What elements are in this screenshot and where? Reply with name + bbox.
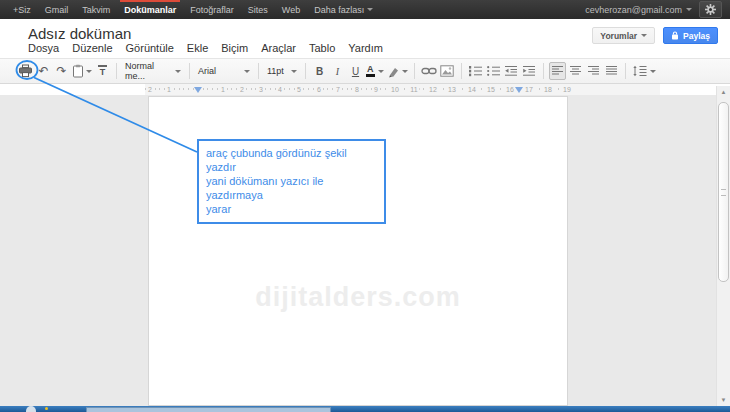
toolbar-separator [116, 63, 117, 79]
menu-bar: Dosya Düzenle Görüntüle Ekle Biçim Araçl… [28, 42, 383, 54]
scroll-up-icon[interactable]: ▲ [717, 88, 730, 96]
ruler-number: 3 [257, 85, 265, 94]
align-right-button[interactable] [585, 62, 602, 80]
ruler-number: 6 [315, 85, 323, 94]
printer-icon [18, 64, 33, 78]
scroll-down-icon[interactable]: ▼ [717, 396, 730, 404]
font-size-select[interactable]: 11pt [264, 62, 300, 80]
indent-icon [522, 65, 536, 77]
redo-icon: ↷ [56, 65, 66, 77]
ruler: 2 1 1 2 3 4 5 6 7 8 9 10 11 12 13 14 15 … [145, 84, 660, 95]
start-orb-icon[interactable] [26, 406, 36, 412]
increase-indent-button[interactable] [521, 62, 538, 80]
chevron-down-icon [291, 70, 297, 73]
ruler-number: 11 [408, 85, 419, 94]
align-center-icon [569, 65, 582, 77]
insert-image-button[interactable] [439, 62, 456, 80]
comments-button[interactable]: Yorumlar [592, 27, 655, 44]
align-center-button[interactable] [567, 62, 584, 80]
highlight-color-button[interactable] [386, 62, 409, 80]
ruler-number: 17 [523, 85, 535, 94]
align-left-button[interactable] [549, 62, 566, 80]
document-header: Adsız doküman Dosya Düzenle Görüntüle Ek… [0, 19, 730, 58]
paint-format-button[interactable]: T [94, 62, 111, 80]
annotation-callout: araç çubunda gördünüz şekil yazdır yani … [197, 139, 386, 224]
chevron-down-icon [378, 70, 384, 73]
ruler-number: 2 [146, 85, 154, 94]
taskbar-task-button[interactable] [86, 407, 331, 412]
outdent-icon [504, 65, 518, 77]
callout-line: yarar [206, 202, 379, 216]
toolbar-separator [258, 63, 259, 79]
italic-button[interactable]: I [329, 62, 346, 80]
insert-link-button[interactable] [420, 62, 438, 80]
toolbar-separator [414, 63, 415, 79]
menu-edit[interactable]: Düzenle [72, 42, 112, 54]
bold-button[interactable]: B [311, 62, 328, 80]
menu-tools[interactable]: Araçlar [261, 42, 296, 54]
web-clipboard-button[interactable] [71, 62, 93, 80]
chevron-down-icon [367, 8, 373, 11]
styles-value: Normal me... [125, 61, 170, 81]
font-select[interactable]: Arial [195, 62, 253, 80]
ruler-number: 18 [542, 85, 554, 94]
ruler-number: 15 [485, 85, 497, 94]
taskbar-notification-dot [45, 407, 48, 410]
ruler-number: 14 [466, 85, 478, 94]
print-button[interactable] [17, 62, 34, 80]
topnav-documents[interactable]: Dokümanlar [117, 0, 183, 19]
numbered-list-button[interactable] [467, 62, 484, 80]
clipboard-icon [72, 64, 84, 78]
left-indent-marker[interactable] [194, 87, 202, 93]
callout-line: yani dökümanı yazıcı ile yazdırmaya [206, 174, 379, 202]
bulleted-list-button[interactable] [485, 62, 502, 80]
settings-button[interactable] [699, 1, 722, 18]
chevron-down-icon [244, 70, 250, 73]
menu-format[interactable]: Biçim [221, 42, 248, 54]
menu-insert[interactable]: Ekle [187, 42, 208, 54]
topnav-calendar[interactable]: Takvim [75, 0, 117, 19]
align-right-icon [587, 65, 600, 77]
menu-table[interactable]: Tablo [309, 42, 335, 54]
share-button[interactable]: Paylaş [663, 27, 718, 44]
menu-view[interactable]: Görüntüle [126, 42, 174, 54]
text-color-button[interactable]: A [365, 62, 385, 80]
ruler-number: 12 [427, 85, 439, 94]
styles-select[interactable]: Normal me... [122, 62, 184, 80]
text-color-icon: A [366, 65, 375, 77]
underline-button[interactable]: U [347, 62, 364, 80]
ruler-number: 10 [389, 85, 401, 94]
vertical-scrollbar[interactable]: ▲ ▼ [716, 86, 730, 406]
numbered-list-icon [468, 65, 483, 77]
undo-button[interactable]: ↶ [35, 62, 52, 80]
topnav-more-label: Daha fazlası [314, 5, 364, 15]
topnav-sites[interactable]: Sites [241, 0, 275, 19]
document-title[interactable]: Adsız doküman [28, 25, 131, 42]
topnav-gmail[interactable]: Gmail [38, 0, 76, 19]
topnav-web[interactable]: Web [275, 0, 307, 19]
toolbar-separator [189, 63, 190, 79]
chevron-down-icon [686, 8, 692, 11]
right-indent-marker[interactable] [515, 87, 523, 93]
topnav-more[interactable]: Daha fazlası [307, 0, 380, 19]
chevron-down-icon [402, 70, 408, 73]
chevron-down-icon [650, 70, 656, 73]
font-size-value: 11pt [267, 66, 284, 76]
redo-button[interactable]: ↷ [53, 62, 70, 80]
toolbar-separator [625, 63, 626, 79]
undo-icon: ↶ [38, 65, 48, 77]
topnav-photos[interactable]: Fotoğraflar [183, 0, 241, 19]
justify-button[interactable] [603, 62, 620, 80]
image-icon [440, 65, 454, 77]
italic-icon: I [336, 66, 339, 77]
google-top-bar: +Siz Gmail Takvim Dokümanlar Fotoğraflar… [0, 0, 730, 19]
align-left-icon [551, 65, 564, 77]
line-spacing-button[interactable] [631, 62, 657, 80]
decrease-indent-button[interactable] [503, 62, 520, 80]
ruler-number: 9 [372, 85, 380, 94]
menu-help[interactable]: Yardım [348, 42, 383, 54]
scrollbar-thumb[interactable] [718, 102, 729, 282]
account-menu[interactable]: cevherozan@gmail.com [585, 5, 692, 15]
menu-file[interactable]: Dosya [28, 42, 59, 54]
topnav-plus-you[interactable]: +Siz [6, 0, 38, 19]
